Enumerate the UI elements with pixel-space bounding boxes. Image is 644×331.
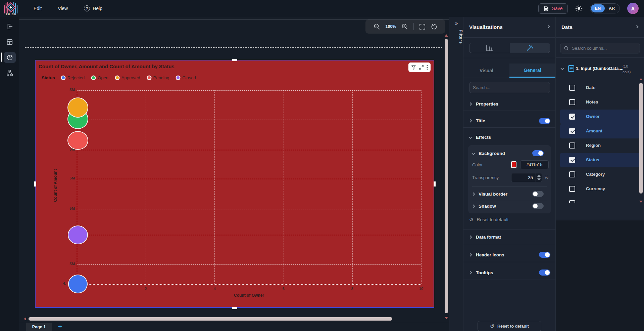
more-icon[interactable]: [427, 65, 428, 70]
resize-handle-left[interactable]: [34, 181, 36, 187]
column-row-notes[interactable]: Notes: [560, 95, 640, 110]
app-logo[interactable]: PRISM: [3, 1, 19, 17]
legend-item-rejected[interactable]: Rejected: [62, 75, 85, 80]
visual-border-toggle[interactable]: [532, 191, 544, 197]
page-tab[interactable]: Page 1: [26, 323, 52, 331]
header-icons-toggle[interactable]: [539, 252, 550, 258]
collapse-panel-chevron-icon[interactable]: [547, 25, 550, 29]
title-toggle[interactable]: [539, 118, 550, 124]
report-canvas[interactable]: 100% Count of Owner, Amount and Count of…: [19, 17, 449, 331]
column-row-partial[interactable]: [560, 196, 640, 203]
reset-view-button[interactable]: [431, 24, 437, 30]
canvas-horizontal-scrollbar[interactable]: [24, 317, 397, 321]
dataset-tree-item[interactable]: 1. Input (DumboData.... (10 cols): [556, 61, 644, 76]
data-panel-scrollbar[interactable]: [639, 78, 643, 203]
sidebar-item-hierarchy[interactable]: [0, 67, 19, 79]
resize-handle-bottom[interactable]: [232, 307, 237, 309]
scroll-up-arrow[interactable]: [445, 34, 448, 37]
collapse-panel-chevron-icon[interactable]: [635, 25, 639, 29]
section-data-format[interactable]: Data format: [463, 230, 555, 244]
checkbox-icon[interactable]: [569, 200, 575, 203]
add-page-button[interactable]: +: [55, 322, 65, 331]
legend-item-pending[interactable]: Pending: [148, 75, 169, 80]
number-stepper[interactable]: [536, 173, 542, 182]
column-row-status[interactable]: Status: [560, 153, 640, 167]
shadow-row[interactable]: Shadow: [472, 201, 547, 211]
section-header-icons[interactable]: Header icons: [463, 248, 555, 262]
menu-help[interactable]: ?Help: [84, 5, 102, 11]
checkbox-checked-icon[interactable]: [569, 157, 575, 163]
fit-screen-button[interactable]: [419, 24, 426, 30]
user-avatar[interactable]: A: [627, 3, 639, 14]
section-title[interactable]: Title: [463, 114, 555, 128]
checkbox-checked-icon[interactable]: [569, 128, 575, 134]
menu-view[interactable]: View: [58, 6, 68, 11]
bubble-pending[interactable]: [67, 131, 88, 150]
sidebar-item-collapse-panel[interactable]: [0, 21, 19, 32]
chart-visual[interactable]: Count of Owner, Amount and Count of Amou…: [35, 60, 434, 308]
transparency-input[interactable]: 35: [511, 173, 542, 182]
vertical-scroll-thumb[interactable]: [445, 39, 448, 313]
stepper-up-icon[interactable]: [537, 175, 541, 177]
data-scroll-thumb[interactable]: [639, 83, 643, 194]
legend-item-open[interactable]: Open: [92, 75, 108, 80]
background-toggle[interactable]: [532, 150, 544, 156]
visual-border-row[interactable]: Visual border: [472, 189, 547, 199]
checkbox-checked-icon[interactable]: [569, 114, 575, 120]
column-row-amount[interactable]: Amount: [560, 124, 640, 138]
background-row[interactable]: Background: [472, 148, 547, 159]
checkbox-icon[interactable]: [569, 186, 575, 192]
scroll-down-arrow[interactable]: [639, 201, 643, 203]
sidebar-item-pie-chart[interactable]: [0, 52, 19, 63]
column-row-currency[interactable]: Currency: [560, 182, 640, 196]
zoom-out-button[interactable]: [374, 23, 380, 30]
resize-handle-right[interactable]: [434, 181, 436, 187]
filter-icon[interactable]: [411, 65, 416, 70]
scroll-left-arrow[interactable]: [24, 317, 26, 321]
language-toggle[interactable]: EN AR: [590, 3, 620, 13]
lang-option-ar[interactable]: AR: [605, 4, 619, 12]
theme-toggle-button[interactable]: [575, 5, 583, 12]
stepper-down-icon[interactable]: [537, 178, 541, 180]
section-tooltips[interactable]: Tooltips: [463, 265, 555, 280]
column-row-category[interactable]: Category: [560, 167, 640, 182]
checkbox-icon[interactable]: [569, 171, 575, 177]
expand-icon[interactable]: [419, 65, 424, 70]
menu-edit[interactable]: Edit: [34, 6, 42, 11]
resize-handle-top[interactable]: [232, 59, 237, 61]
expand-filters-icon[interactable]: »: [449, 20, 463, 26]
legend-item-closed[interactable]: Closed: [177, 75, 196, 80]
color-swatch[interactable]: [511, 161, 516, 168]
column-row-owner[interactable]: Owner: [560, 110, 640, 124]
tab-visual[interactable]: Visual: [463, 64, 509, 78]
scroll-up-arrow[interactable]: [639, 78, 643, 80]
legend-item-approved[interactable]: Approved: [116, 75, 140, 80]
magic-wand-button[interactable]: [510, 43, 550, 53]
canvas-vertical-scrollbar[interactable]: [444, 34, 448, 319]
bubble-approved[interactable]: [67, 97, 88, 118]
checkbox-icon[interactable]: [569, 99, 575, 105]
column-row-date[interactable]: Date: [560, 81, 640, 95]
reset-to-default-button[interactable]: ↺ Reset to default: [478, 321, 541, 331]
column-row-region[interactable]: Region: [560, 138, 640, 153]
tab-general[interactable]: General: [509, 64, 555, 78]
horizontal-scroll-thumb[interactable]: [29, 317, 392, 321]
lang-option-en[interactable]: EN: [591, 4, 605, 12]
data-search-input[interactable]: Search columns...: [560, 43, 640, 53]
filters-panel-collapsed[interactable]: » Filters: [449, 17, 463, 331]
tooltips-toggle[interactable]: [539, 270, 550, 276]
chart-type-button[interactable]: [469, 43, 510, 53]
reset-to-default-link[interactable]: ↺ Reset to default: [469, 217, 508, 222]
color-hex-input[interactable]: #d11515: [520, 160, 549, 169]
section-properties[interactable]: Properties: [463, 97, 555, 111]
shadow-toggle[interactable]: [532, 203, 544, 209]
bubble-rejected[interactable]: [68, 275, 88, 293]
sidebar-item-layout[interactable]: [0, 36, 19, 48]
bubble-closed[interactable]: [68, 225, 88, 244]
scroll-down-arrow[interactable]: [445, 317, 448, 319]
checkbox-icon[interactable]: [569, 85, 575, 91]
section-effects[interactable]: Effects: [463, 131, 555, 143]
viz-search-input[interactable]: Search...: [469, 82, 550, 93]
checkbox-icon[interactable]: [569, 142, 575, 149]
zoom-in-button[interactable]: [401, 23, 408, 30]
